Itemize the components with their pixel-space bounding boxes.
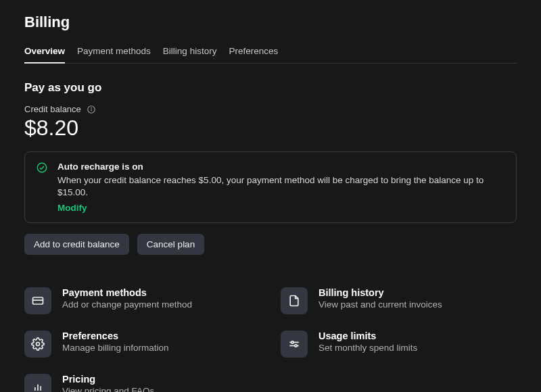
tab-payment-methods[interactable]: Payment methods	[77, 43, 151, 63]
svg-point-6	[37, 343, 40, 346]
pricing-card[interactable]: Pricing View pricing and FAQs	[24, 374, 260, 392]
billing-history-card[interactable]: Billing history View past and current in…	[281, 287, 517, 314]
credit-balance-amount: $8.20	[24, 116, 517, 141]
card-desc: View past and current invoices	[319, 299, 442, 310]
svg-point-8	[291, 341, 293, 343]
payment-methods-card[interactable]: Payment methods Add or change payment me…	[24, 287, 260, 314]
card-title: Billing history	[319, 287, 442, 298]
notice-body: When your credit balance reaches $5.00, …	[57, 174, 505, 199]
modify-link[interactable]: Modify	[57, 203, 505, 213]
info-icon[interactable]	[87, 105, 96, 114]
svg-point-2	[91, 107, 92, 108]
gear-icon	[24, 330, 51, 358]
usage-limits-card[interactable]: Usage limits Set monthly spend limits	[281, 330, 517, 358]
billing-tablist: Overview Payment methods Billing history…	[24, 43, 517, 64]
check-circle-icon	[36, 162, 48, 174]
credit-balance-label: Credit balance	[24, 104, 81, 114]
preferences-card[interactable]: Preferences Manage billing information	[24, 330, 260, 358]
card-desc: Set monthly spend limits	[319, 343, 417, 353]
card-title: Pricing	[62, 374, 154, 385]
add-to-credit-balance-button[interactable]: Add to credit balance	[24, 234, 129, 255]
notice-title: Auto recharge is on	[57, 162, 505, 172]
page-title: Billing	[24, 14, 517, 31]
card-title: Usage limits	[319, 330, 417, 341]
svg-point-3	[37, 163, 47, 172]
document-icon	[281, 287, 308, 314]
card-desc: Manage billing information	[62, 343, 169, 353]
section-title: Pay as you go	[24, 81, 517, 95]
cancel-plan-button[interactable]: Cancel plan	[137, 234, 204, 255]
tab-preferences[interactable]: Preferences	[229, 43, 278, 63]
svg-point-10	[295, 345, 297, 347]
tab-overview[interactable]: Overview	[24, 43, 65, 63]
card-title: Payment methods	[62, 287, 192, 298]
bar-chart-icon	[24, 374, 51, 392]
card-title: Preferences	[62, 330, 169, 341]
card-desc: Add or change payment method	[62, 299, 192, 310]
auto-recharge-notice: Auto recharge is on When your credit bal…	[24, 151, 517, 223]
credit-card-icon	[24, 287, 51, 314]
card-desc: View pricing and FAQs	[62, 386, 154, 392]
sliders-icon	[281, 330, 308, 358]
tab-billing-history[interactable]: Billing history	[163, 43, 217, 63]
